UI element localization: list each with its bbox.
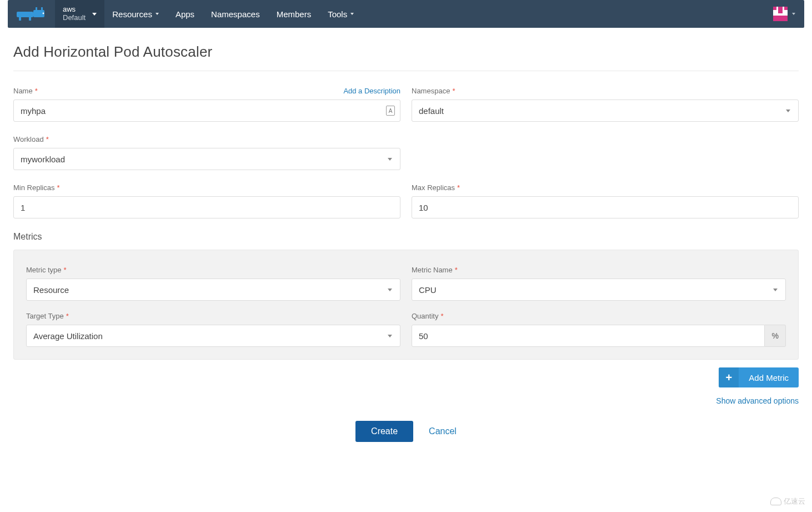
metric-name-select[interactable]: CPU	[412, 279, 786, 301]
cow-logo-icon	[16, 6, 48, 22]
add-metric-button[interactable]: + Add Metric	[719, 367, 799, 387]
nav-tools[interactable]: Tools	[320, 0, 362, 28]
metric-type-label: Metric type*	[26, 266, 67, 274]
target-type-value: Average Utilization	[33, 331, 103, 341]
quantity-unit: %	[765, 325, 786, 347]
svg-rect-3	[29, 17, 31, 21]
add-description-link[interactable]: Add a Description	[343, 87, 400, 95]
target-type-select[interactable]: Average Utilization	[26, 325, 400, 347]
chevron-down-icon	[773, 289, 778, 291]
svg-rect-5	[41, 7, 43, 11]
min-replicas-label: Min Replicas*	[13, 183, 59, 192]
chevron-down-icon	[350, 13, 354, 15]
quantity-input[interactable]	[412, 325, 765, 347]
svg-rect-2	[19, 17, 21, 21]
name-label: Name*	[13, 87, 38, 95]
field-hint-icon: A	[386, 106, 395, 116]
namespace-select[interactable]: default	[412, 100, 799, 122]
metric-type-value: Resource	[33, 285, 69, 295]
max-replicas-input[interactable]	[412, 196, 799, 218]
nav-apps[interactable]: Apps	[168, 0, 202, 28]
namespace-label: Namespace*	[412, 87, 455, 95]
target-type-label: Target Type*	[26, 312, 69, 320]
workload-value: myworkload	[21, 155, 65, 164]
quantity-label: Quantity*	[412, 312, 443, 320]
svg-point-6	[42, 13, 44, 14]
chevron-down-icon	[388, 335, 392, 337]
metric-type-select[interactable]: Resource	[26, 279, 400, 301]
avatar-icon	[773, 7, 788, 21]
chevron-down-icon	[92, 13, 97, 16]
min-replicas-input[interactable]	[13, 196, 400, 218]
max-replicas-label: Max Replicas*	[412, 183, 460, 192]
svg-rect-4	[36, 7, 37, 11]
user-menu[interactable]	[773, 0, 804, 28]
chevron-down-icon	[388, 158, 392, 161]
nav-items: Resources Apps Namespaces Members Tools	[104, 0, 362, 28]
metric-name-label: Metric Name*	[412, 266, 458, 274]
rancher-logo[interactable]	[8, 0, 55, 28]
metric-name-value: CPU	[419, 285, 437, 295]
top-nav: aws Default Resources Apps Namespaces Me…	[8, 0, 804, 28]
namespace-value: default	[419, 106, 444, 116]
metrics-section-title: Metrics	[13, 232, 799, 242]
name-input[interactable]	[13, 100, 400, 122]
cluster-picker[interactable]: aws Default	[55, 0, 104, 28]
chevron-down-icon	[792, 13, 795, 15]
workload-label: Workload*	[13, 135, 49, 143]
cancel-button[interactable]: Cancel	[429, 426, 457, 436]
page-title: Add Horizontal Pod Autoscaler	[13, 43, 799, 71]
nav-namespaces[interactable]: Namespaces	[203, 0, 268, 28]
workload-select[interactable]: myworkload	[13, 148, 400, 170]
page-body: Add Horizontal Pod Autoscaler Name* Add …	[0, 28, 812, 464]
add-metric-label: Add Metric	[739, 373, 799, 382]
show-advanced-link[interactable]: Show advanced options	[716, 396, 799, 405]
create-button[interactable]: Create	[355, 421, 413, 442]
chevron-down-icon	[388, 289, 392, 291]
svg-rect-0	[17, 12, 33, 17]
plus-icon: +	[719, 367, 739, 387]
project-name: Default	[63, 14, 86, 22]
chevron-down-icon	[786, 110, 790, 112]
nav-resources[interactable]: Resources	[104, 0, 167, 28]
cluster-name: aws	[63, 6, 86, 14]
chevron-down-icon	[156, 13, 159, 15]
metrics-box: Metric type* Resource Metric Name* CPU	[13, 250, 799, 360]
nav-members[interactable]: Members	[269, 0, 319, 28]
